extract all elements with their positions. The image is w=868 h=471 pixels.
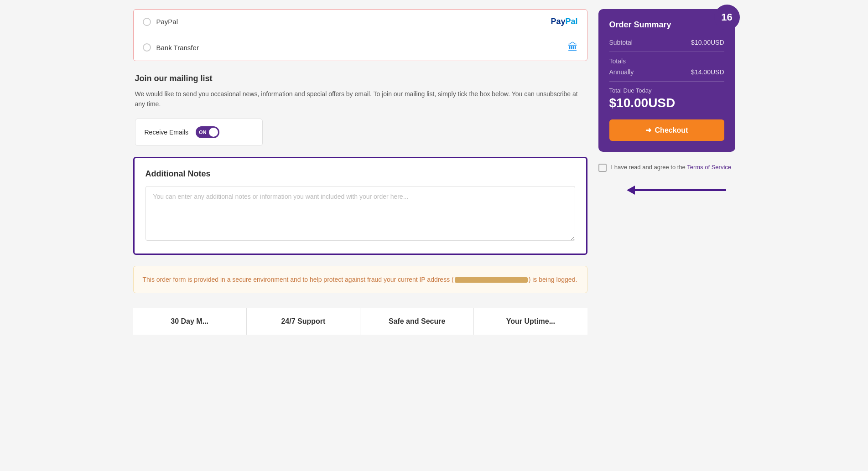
- badge-safe-secure: Safe and Secure: [360, 308, 474, 335]
- bank-label: Bank Transfer: [156, 44, 199, 52]
- additional-notes-title: Additional Notes: [146, 169, 575, 179]
- bank-radio[interactable]: [143, 43, 151, 52]
- checkout-label: Checkout: [655, 126, 688, 135]
- payment-options-container: PayPal PayPal Bank Transfer 🏛: [133, 9, 587, 61]
- toggle-track[interactable]: ON: [196, 126, 219, 138]
- arrow-head-icon: [627, 186, 635, 195]
- badge-money-back-title: 30 Day M...: [142, 317, 237, 326]
- badge-uptime: Your Uptime...: [474, 308, 587, 335]
- arrow-section: [598, 186, 735, 195]
- receive-emails-card: Receive Emails ON: [135, 119, 263, 146]
- main-content: PayPal PayPal Bank Transfer 🏛 Join our m…: [133, 9, 587, 335]
- arrow-line: [635, 189, 726, 191]
- total-due-label: Total Due Today: [609, 87, 724, 94]
- badge-support: 24/7 Support: [247, 308, 360, 335]
- summary-divider: [609, 52, 724, 52]
- step-number: 16: [721, 11, 732, 23]
- totals-label: Totals: [609, 57, 626, 65]
- paypal-logo: PayPal: [551, 17, 577, 26]
- toggle-switch[interactable]: ON: [196, 126, 219, 138]
- order-summary-title: Order Summary: [609, 20, 724, 30]
- paypal-option[interactable]: PayPal PayPal: [134, 10, 587, 34]
- security-notice: This order form is provided in a secure …: [133, 266, 587, 293]
- badge-safe-secure-title: Safe and Secure: [369, 317, 464, 326]
- mailing-section: Join our mailing list We would like to s…: [133, 74, 587, 146]
- badge-money-back: 30 Day M...: [133, 308, 247, 335]
- terms-text: I have read and agree to the Terms of Se…: [611, 163, 732, 172]
- checkout-button[interactable]: ➜ Checkout: [609, 119, 724, 141]
- ip-address-mask: [455, 277, 528, 283]
- total-due-amount: $10.00USD: [609, 96, 724, 110]
- annually-row: Annually $14.00USD: [609, 68, 724, 76]
- subtotal-row: Subtotal $10.00USD: [609, 39, 724, 46]
- bank-transfer-option[interactable]: Bank Transfer 🏛: [134, 34, 587, 61]
- subtotal-value: $10.00USD: [691, 39, 724, 46]
- notes-textarea[interactable]: [146, 186, 575, 241]
- additional-notes-section: Additional Notes: [133, 157, 587, 255]
- badge-support-title: 24/7 Support: [256, 317, 351, 326]
- terms-checkbox[interactable]: [598, 164, 607, 172]
- badge-uptime-title: Your Uptime...: [483, 317, 578, 326]
- annually-value: $14.00USD: [691, 68, 724, 76]
- terms-section: I have read and agree to the Terms of Se…: [598, 163, 735, 172]
- order-summary-card: Order Summary Subtotal $10.00USD Totals …: [598, 9, 735, 152]
- totals-label-row: Totals: [609, 57, 724, 65]
- paypal-label: PayPal: [156, 18, 178, 26]
- paypal-radio[interactable]: [143, 18, 151, 26]
- step-badge: 16: [714, 5, 740, 30]
- mailing-title: Join our mailing list: [135, 74, 586, 83]
- annually-label: Annually: [609, 68, 634, 76]
- security-text: This order form is provided in a secure …: [143, 274, 578, 285]
- total-due-section: Total Due Today $10.00USD: [609, 87, 724, 110]
- toggle-label: Receive Emails: [145, 129, 188, 136]
- mailing-description: We would like to send you occasional new…: [135, 89, 586, 109]
- sidebar: 16 Order Summary Subtotal $10.00USD Tota…: [598, 9, 735, 335]
- footer-badges: 30 Day M... 24/7 Support Safe and Secure…: [133, 308, 587, 335]
- arrow-left: [627, 186, 726, 195]
- summary-divider-2: [609, 81, 724, 82]
- toggle-on-text: ON: [199, 129, 207, 135]
- subtotal-label: Subtotal: [609, 39, 633, 46]
- terms-of-service-link[interactable]: Terms of Service: [687, 164, 731, 171]
- bank-icon: 🏛: [568, 41, 578, 53]
- toggle-knob: [209, 128, 218, 137]
- checkout-arrow-icon: ➜: [645, 126, 651, 135]
